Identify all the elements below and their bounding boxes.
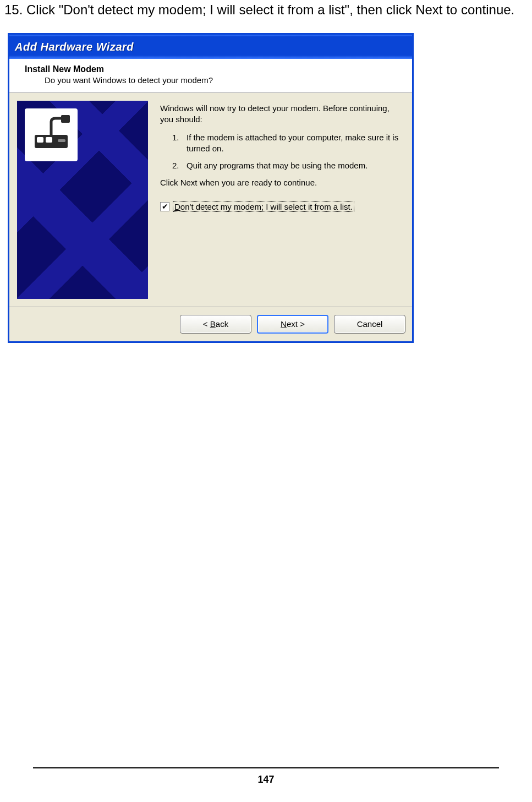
wizard-button-bar: < Back Next > Cancel [9,307,412,341]
wizard-window: Add Hardware Wizard Install New Modem Do… [8,33,414,343]
titlebar[interactable]: Add Hardware Wizard [9,35,412,59]
svg-rect-2 [46,137,52,143]
step-2: 2. Quit any programs that may be using t… [172,160,402,171]
wizard-side-graphic [17,101,148,299]
next-button[interactable]: Next > [257,315,328,334]
instruction-text: 15. Click "Don't detect my modem; I will… [4,2,528,18]
back-button[interactable]: < Back [180,315,251,334]
svg-rect-4 [61,115,70,123]
wizard-right-content: Windows will now try to detect your mode… [148,101,404,214]
step-1-num: 1. [172,132,187,154]
footer-divider [33,767,499,768]
svg-rect-3 [58,139,65,142]
wizard-header-subtitle: Do you want Windows to detect your modem… [45,75,404,85]
step-2-num: 2. [172,160,187,171]
dont-detect-checkbox[interactable]: ✔ [160,202,169,211]
window-title: Add Hardware Wizard [15,41,134,53]
wizard-header: Install New Modem Do you want Windows to… [9,59,412,93]
page-footer: 147 [0,767,532,785]
step-1: 1. If the modem is attached to your comp… [172,132,402,154]
modem-icon [25,108,78,161]
step-2-text: Quit any programs that may be using the … [187,160,368,171]
closing-text: Click Next when you are ready to continu… [160,178,402,187]
intro-text: Windows will now try to detect your mode… [160,103,402,124]
page-number: 147 [0,774,532,785]
dont-detect-label[interactable]: Don't detect my modem; I will select it … [173,201,354,212]
wizard-content: Windows will now try to detect your mode… [9,93,412,307]
wizard-header-title: Install New Modem [25,64,404,74]
svg-rect-1 [37,137,43,143]
dont-detect-checkbox-row[interactable]: ✔ Don't detect my modem; I will select i… [160,201,402,212]
cancel-button[interactable]: Cancel [334,315,405,334]
step-1-text: If the modem is attached to your compute… [187,132,402,154]
